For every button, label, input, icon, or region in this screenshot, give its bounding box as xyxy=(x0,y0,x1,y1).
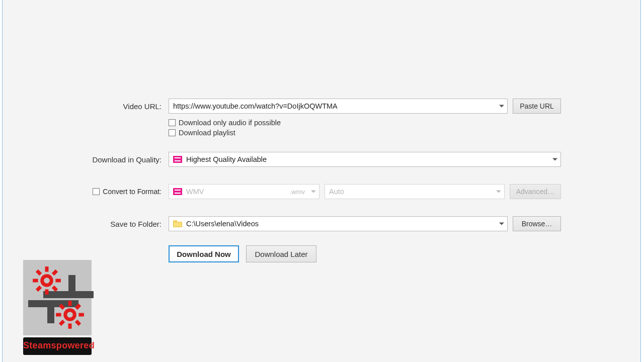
watermark: Steamspowered xyxy=(23,260,92,355)
checkbox-icon xyxy=(169,119,176,126)
svg-rect-4 xyxy=(33,279,38,283)
video-url-combobox[interactable]: https://www.youtube.com/watch?v=DoIjkOQW… xyxy=(169,99,508,114)
format-value: WMV xyxy=(186,188,204,196)
logo-bar xyxy=(47,300,54,323)
svg-rect-14 xyxy=(56,313,61,317)
quality-combobox[interactable]: Highest Quality Available xyxy=(169,152,561,167)
checkbox-playlist[interactable]: Download playlist xyxy=(169,129,561,137)
label-save-folder: Save to Folder: xyxy=(88,220,169,228)
save-folder-value: C:\Users\elena\Videos xyxy=(186,220,259,228)
svg-rect-16 xyxy=(75,304,81,310)
label-video-url: Video URL: xyxy=(88,102,169,111)
browse-button[interactable]: Browse… xyxy=(513,216,561,231)
advanced-label: Advanced… xyxy=(516,188,554,196)
folder-icon xyxy=(173,220,182,227)
row-quality: Download in Quality: Highest Quality Ava… xyxy=(88,152,561,167)
video-quality-icon xyxy=(173,156,182,163)
chevron-down-icon xyxy=(499,223,504,225)
chevron-down-icon xyxy=(499,105,504,108)
gear-icon xyxy=(32,266,61,295)
label-quality: Download in Quality: xyxy=(88,155,169,164)
svg-rect-13 xyxy=(68,323,72,328)
svg-rect-17 xyxy=(59,320,65,326)
download-later-button[interactable]: Download Later xyxy=(246,245,316,262)
label-convert: Convert to Format: xyxy=(103,188,162,196)
chevron-down-icon xyxy=(552,158,557,161)
action-row: Download Now Download Later xyxy=(169,245,561,262)
format-ext: .wmv xyxy=(290,188,305,196)
checkbox-audio-only-label: Download only audio if possible xyxy=(179,119,281,127)
gear-icon xyxy=(55,300,85,329)
preset-combobox: Auto xyxy=(325,184,505,199)
checkbox-convert[interactable]: Convert to Format: xyxy=(88,188,169,196)
svg-rect-8 xyxy=(36,269,42,276)
svg-rect-5 xyxy=(55,279,60,283)
svg-point-1 xyxy=(44,278,50,284)
download-now-button[interactable]: Download Now xyxy=(169,245,239,262)
download-form: Video URL: https://www.youtube.com/watch… xyxy=(88,99,561,262)
save-folder-combobox[interactable]: C:\Users\elena\Videos xyxy=(169,216,508,231)
checkbox-audio-only[interactable]: Download only audio if possible xyxy=(169,119,561,127)
logo-bar xyxy=(68,275,75,298)
svg-rect-7 xyxy=(36,286,42,292)
checkbox-icon xyxy=(93,188,100,195)
svg-rect-3 xyxy=(45,289,49,294)
preset-value: Auto xyxy=(329,188,344,196)
svg-rect-9 xyxy=(52,286,58,292)
paste-url-label: Paste URL xyxy=(520,102,554,110)
row-video-url: Video URL: https://www.youtube.com/watch… xyxy=(88,99,561,114)
watermark-logo xyxy=(23,260,92,335)
advanced-button: Advanced… xyxy=(510,184,561,199)
paste-url-button[interactable]: Paste URL xyxy=(513,99,561,114)
quality-value: Highest Quality Available xyxy=(186,155,267,163)
checkbox-playlist-label: Download playlist xyxy=(179,129,235,137)
browse-label: Browse… xyxy=(522,220,552,228)
svg-rect-18 xyxy=(59,304,65,310)
svg-rect-2 xyxy=(45,266,49,272)
chevron-down-icon xyxy=(311,191,316,193)
svg-rect-6 xyxy=(52,269,58,276)
row-save-folder: Save to Folder: C:\Users\elena\Videos Br… xyxy=(88,216,561,231)
format-combobox: WMV .wmv xyxy=(169,184,319,199)
checkbox-icon xyxy=(169,129,176,136)
svg-rect-12 xyxy=(68,301,72,306)
chevron-down-icon xyxy=(496,191,501,193)
download-later-label: Download Later xyxy=(255,250,307,258)
download-now-label: Download Now xyxy=(177,250,231,258)
video-url-value: https://www.youtube.com/watch?v=DoIjkOQW… xyxy=(173,102,338,110)
svg-rect-19 xyxy=(75,320,81,326)
row-convert: Convert to Format: WMV .wmv Auto Advance… xyxy=(88,184,561,199)
svg-rect-15 xyxy=(78,313,84,317)
app-window: Video URL: https://www.youtube.com/watch… xyxy=(2,0,641,362)
video-format-icon xyxy=(173,188,182,195)
svg-point-11 xyxy=(67,312,73,318)
watermark-brand: Steamspowered xyxy=(23,337,92,355)
